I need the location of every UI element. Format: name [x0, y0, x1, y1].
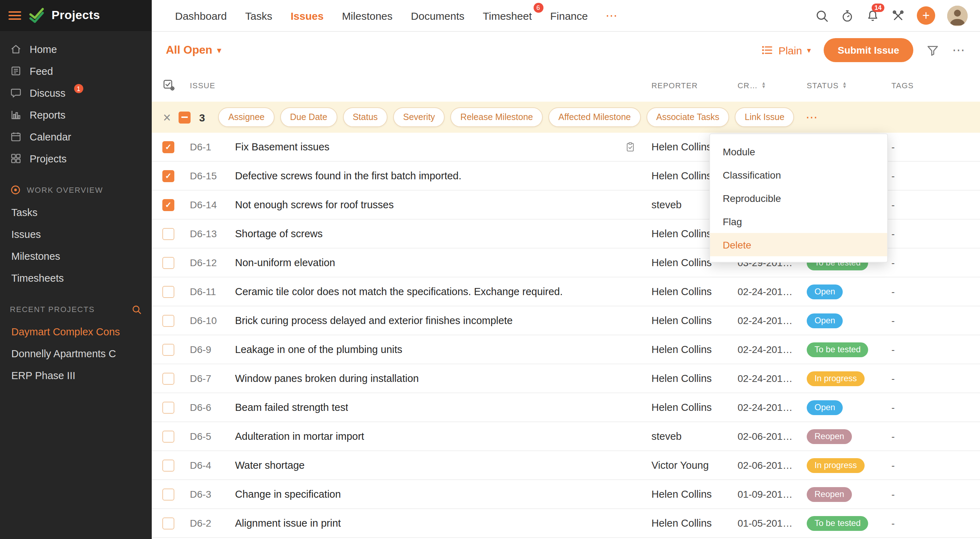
user-avatar[interactable] — [947, 5, 968, 26]
close-icon[interactable]: × — [163, 110, 171, 124]
row-checkbox[interactable] — [162, 401, 174, 413]
issue-title[interactable]: Beam failed strength test — [235, 402, 348, 413]
status-badge[interactable]: Open — [807, 284, 843, 299]
submit-issue-button[interactable]: Submit Issue — [824, 38, 913, 62]
table-row[interactable]: D6-4 Water shortage Victor Young 02-06-2… — [152, 451, 980, 480]
sidebar-item-feed[interactable]: Feed — [0, 60, 152, 82]
issue-title[interactable]: Ceramic tile color does not match the sp… — [235, 286, 563, 297]
row-checkbox[interactable] — [162, 228, 174, 240]
filter-funnel-icon[interactable] — [926, 43, 939, 57]
issue-title[interactable]: Adulteration in mortar import — [235, 431, 364, 442]
sidebar-recent-project[interactable]: Donnelly Apartments C — [0, 342, 152, 364]
issue-filter-dropdown[interactable]: All Open ▾ — [166, 44, 221, 56]
bulk-action-pill[interactable]: Due Date — [280, 107, 337, 127]
issue-id[interactable]: D6-13 — [190, 228, 217, 239]
sidebar-subitem[interactable]: Issues — [0, 223, 152, 245]
table-row[interactable]: D6-5 Adulteration in mortar import steve… — [152, 422, 980, 451]
issue-id[interactable]: D6-14 — [190, 199, 217, 210]
issue-id[interactable]: D6-15 — [190, 170, 217, 182]
row-checkbox[interactable] — [162, 430, 174, 442]
bulk-action-pill[interactable]: Assignee — [218, 107, 275, 127]
table-row[interactable]: D6-11 Ceramic tile color does not match … — [152, 277, 980, 306]
row-checkbox[interactable] — [162, 459, 174, 471]
sidebar-recent-project[interactable]: Daymart Complex Cons — [0, 321, 152, 342]
issue-title[interactable]: Leakage in one of the plumbing units — [235, 344, 402, 355]
toolbar-more-ellipsis[interactable]: ⋯ — [952, 42, 965, 58]
table-row[interactable]: D6-2 Alignment issue in print Helen Coll… — [152, 509, 980, 538]
issue-title[interactable]: Fix Basement issues — [235, 141, 329, 153]
issue-title[interactable]: Shortage of screws — [235, 228, 323, 239]
column-header-created[interactable]: CR… — [738, 81, 758, 89]
issue-id[interactable]: D6-4 — [190, 459, 212, 471]
table-row[interactable]: D6-6 Beam failed strength test Helen Col… — [152, 393, 980, 422]
sidebar-subitem[interactable]: Tasks — [0, 201, 152, 223]
menu-item[interactable]: Reproducible — [710, 187, 887, 210]
view-mode-dropdown[interactable]: Plain ▾ — [761, 44, 811, 56]
menu-item[interactable]: Delete — [710, 233, 887, 256]
notifications-bell-icon[interactable]: 14 — [866, 9, 880, 22]
topnav-tab[interactable]: Documents — [402, 0, 474, 32]
bulk-action-pill[interactable]: Severity — [393, 107, 445, 127]
row-checkbox[interactable] — [162, 170, 174, 182]
status-badge[interactable]: Open — [807, 400, 843, 415]
row-checkbox[interactable] — [162, 199, 174, 211]
issue-title[interactable]: Not enough screws for roof trusses — [235, 199, 394, 210]
add-button[interactable]: + — [917, 6, 935, 25]
table-row[interactable]: D6-9 Leakage in one of the plumbing unit… — [152, 335, 980, 364]
row-checkbox[interactable] — [162, 257, 174, 269]
sort-icon[interactable]: ▲▼ — [842, 82, 847, 88]
issue-id[interactable]: D6-1 — [190, 141, 212, 153]
issue-id[interactable]: D6-6 — [190, 402, 212, 413]
issue-id[interactable]: D6-9 — [190, 344, 212, 355]
sidebar-item-projects[interactable]: Projects — [0, 148, 152, 169]
sidebar-recent-project[interactable]: ERP Phase III — [0, 364, 152, 386]
issue-title[interactable]: Alignment issue in print — [235, 517, 341, 529]
menu-item[interactable]: Module — [710, 140, 887, 163]
topnav-tab[interactable]: Dashboard — [166, 0, 236, 32]
more-tabs-ellipsis[interactable]: ⋯ — [597, 8, 626, 23]
issue-id[interactable]: D6-10 — [190, 315, 217, 326]
row-checkbox[interactable] — [162, 285, 174, 298]
tools-icon[interactable] — [891, 9, 905, 22]
hamburger-menu-icon[interactable] — [8, 11, 21, 20]
bulk-more-ellipsis[interactable]: ⋯ — [806, 110, 818, 124]
status-badge[interactable]: To be tested — [807, 342, 869, 357]
row-checkbox[interactable] — [162, 141, 174, 153]
column-header-status[interactable]: STATUS — [807, 81, 839, 89]
sidebar-item-reports[interactable]: Reports — [0, 104, 152, 126]
issue-id[interactable]: D6-3 — [190, 488, 212, 500]
table-row[interactable]: D6-10 Brick curing process delayed and e… — [152, 306, 980, 335]
bulk-action-pill[interactable]: Status — [343, 107, 388, 127]
issue-id[interactable]: D6-7 — [190, 373, 212, 384]
issue-title[interactable]: Water shortage — [235, 459, 305, 471]
status-badge[interactable]: Open — [807, 313, 843, 328]
issue-title[interactable]: Window panes broken during installation — [235, 373, 419, 384]
issue-title[interactable]: Non-uniform elevation — [235, 257, 335, 268]
status-badge[interactable]: Reopen — [807, 429, 852, 444]
menu-item[interactable]: Classification — [710, 163, 887, 187]
sidebar-item-home[interactable]: Home — [0, 38, 152, 60]
column-header-reporter[interactable]: REPORTER — [651, 81, 698, 89]
topnav-tab[interactable]: Milestones — [333, 0, 402, 32]
issue-id[interactable]: D6-5 — [190, 431, 212, 442]
sidebar-item-calendar[interactable]: Calendar — [0, 126, 152, 148]
table-row[interactable]: D6-3 Change in specification Helen Colli… — [152, 480, 980, 509]
select-all-checkbox[interactable] — [178, 111, 191, 123]
sort-icon[interactable]: ▲▼ — [761, 82, 766, 88]
status-badge[interactable]: Reopen — [807, 487, 852, 502]
customize-columns-icon[interactable] — [162, 78, 176, 92]
bulk-action-pill[interactable]: Link Issue — [735, 107, 794, 127]
bulk-action-pill[interactable]: Release Milestone — [451, 107, 543, 127]
topnav-tab[interactable]: Timesheet 6 — [474, 0, 541, 32]
search-icon[interactable] — [815, 9, 829, 22]
status-badge[interactable]: In progress — [807, 371, 865, 386]
row-checkbox[interactable] — [162, 372, 174, 384]
row-checkbox[interactable] — [162, 517, 174, 529]
issue-id[interactable]: D6-12 — [190, 257, 217, 268]
topnav-tab[interactable]: Issues — [281, 0, 332, 32]
table-row[interactable]: D6-7 Window panes broken during installa… — [152, 364, 980, 393]
topnav-tab[interactable]: Tasks — [236, 0, 282, 32]
issue-id[interactable]: D6-11 — [190, 286, 216, 297]
timer-icon[interactable] — [841, 9, 854, 22]
issue-id[interactable]: D6-2 — [190, 517, 212, 529]
